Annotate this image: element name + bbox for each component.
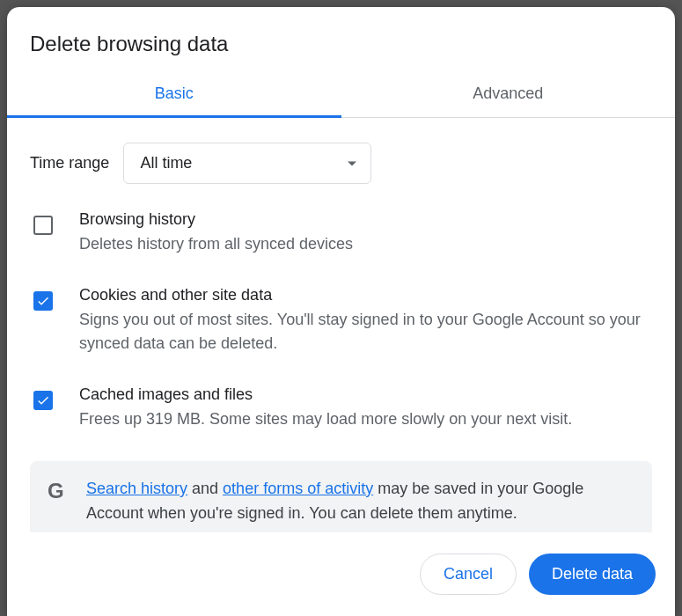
checkbox-browsing-history[interactable] bbox=[33, 216, 53, 235]
delete-browsing-data-dialog: Delete browsing data Basic Advanced Time… bbox=[7, 7, 675, 616]
cancel-button[interactable]: Cancel bbox=[420, 554, 517, 595]
search-history-link[interactable]: Search history bbox=[86, 480, 187, 497]
other-activity-link[interactable]: other forms of activity bbox=[223, 480, 373, 497]
option-desc: Deletes history from all synced devices bbox=[79, 232, 652, 256]
option-text: Cookies and other site data Signs you ou… bbox=[79, 286, 652, 356]
dialog-footer: Cancel Delete data bbox=[7, 532, 675, 616]
check-icon bbox=[36, 393, 50, 407]
time-range-value: All time bbox=[140, 154, 192, 172]
google-account-info: G Search history and other forms of acti… bbox=[30, 461, 652, 532]
time-range-select[interactable]: All time bbox=[123, 143, 371, 184]
checkbox-cookies[interactable] bbox=[33, 291, 53, 311]
option-desc: Frees up 319 MB. Some sites may load mor… bbox=[79, 407, 652, 431]
tab-basic[interactable]: Basic bbox=[7, 72, 341, 117]
option-title: Cookies and other site data bbox=[79, 286, 652, 304]
dialog-title: Delete browsing data bbox=[7, 11, 675, 72]
checkbox-cached[interactable] bbox=[33, 391, 53, 410]
dialog-content: Time range All time Browsing history Del… bbox=[7, 118, 675, 532]
delete-data-button[interactable]: Delete data bbox=[529, 554, 656, 595]
tab-bar: Basic Advanced bbox=[7, 72, 675, 118]
option-desc: Signs you out of most sites. You'll stay… bbox=[79, 308, 652, 356]
option-title: Browsing history bbox=[79, 210, 652, 229]
option-text: Browsing history Deletes history from al… bbox=[79, 210, 652, 256]
info-mid: and bbox=[187, 480, 223, 497]
time-range-label: Time range bbox=[30, 154, 109, 172]
option-text: Cached images and files Frees up 319 MB.… bbox=[79, 385, 652, 431]
option-cookies: Cookies and other site data Signs you ou… bbox=[30, 286, 652, 356]
tab-advanced[interactable]: Advanced bbox=[341, 72, 676, 117]
check-icon bbox=[36, 294, 50, 308]
option-browsing-history: Browsing history Deletes history from al… bbox=[30, 210, 652, 256]
time-range-row: Time range All time bbox=[30, 143, 652, 184]
option-title: Cached images and files bbox=[79, 385, 652, 404]
info-text: Search history and other forms of activi… bbox=[86, 477, 634, 526]
google-icon: G bbox=[48, 479, 70, 502]
option-cached: Cached images and files Frees up 319 MB.… bbox=[30, 385, 652, 431]
